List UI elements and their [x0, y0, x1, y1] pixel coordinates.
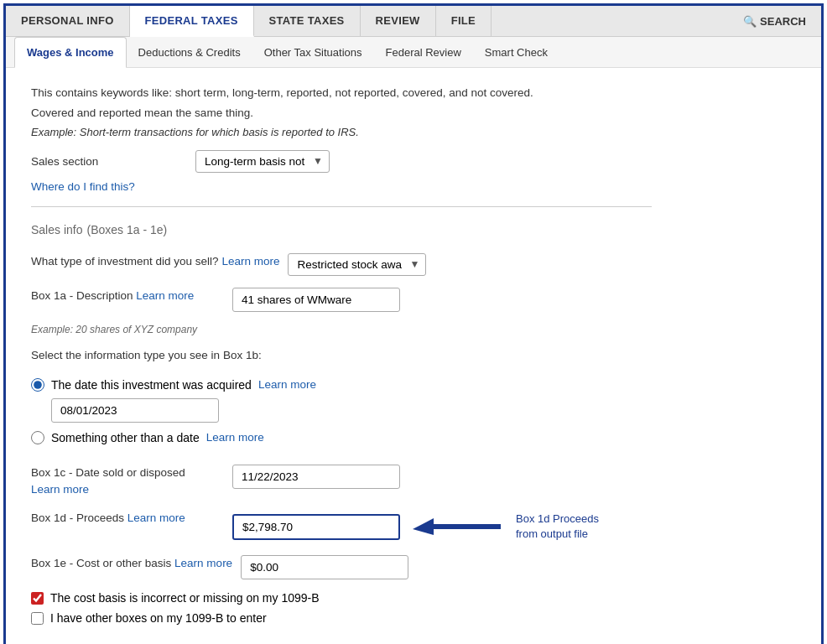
box1e-row: Box 1e - Cost or other basis Learn more: [31, 555, 652, 579]
tab-file[interactable]: FILE: [436, 6, 492, 36]
sales-info-title: Sales info (Boxes 1a - 1e): [31, 221, 652, 238]
tab-review[interactable]: REVIEW: [361, 6, 436, 36]
investment-learn-more-link[interactable]: Learn more: [221, 255, 279, 267]
subnav-wages-income[interactable]: Wages & Income: [14, 37, 127, 68]
radio2-learn-more-link[interactable]: Learn more: [206, 431, 264, 444]
radio1-row: The date this investment was acquired Le…: [31, 378, 652, 392]
checkbox1-row: The cost basis is incorrect or missing o…: [31, 591, 652, 605]
checkbox1-label: The cost basis is incorrect or missing o…: [50, 591, 320, 605]
checkbox2-input[interactable]: [31, 612, 44, 625]
box1a-row: Box 1a - Description Learn more: [31, 288, 652, 312]
box1d-annotation-container: Box 1d Proceeds from output file: [232, 510, 599, 543]
box1e-label: Box 1e - Cost or other basis Learn more: [31, 555, 232, 572]
radio1-learn-more-link[interactable]: Learn more: [258, 378, 316, 391]
sales-section-label: Sales section: [31, 155, 182, 168]
subnav-other-tax[interactable]: Other Tax Situations: [252, 38, 374, 67]
info-line1: This contains keywords like: short term,…: [31, 85, 652, 101]
box1c-input[interactable]: [232, 465, 400, 489]
info-line3: Example: Short-term transactions for whi…: [31, 126, 652, 138]
top-nav: PERSONAL INFO FEDERAL TAXES STATE TAXES …: [6, 6, 821, 37]
tab-federal-taxes[interactable]: FEDERAL TAXES: [130, 6, 254, 37]
radio1-date-input[interactable]: [51, 398, 219, 423]
where-find-link[interactable]: Where do I find this?: [31, 180, 135, 193]
box1d-label: Box 1d - Proceeds Learn more: [31, 510, 224, 527]
search-icon: 🔍: [743, 15, 757, 28]
tab-personal-info[interactable]: PERSONAL INFO: [6, 6, 130, 36]
sales-section-select-wrapper: Long-term basis not ▼: [195, 150, 330, 173]
radio2-row: Something other than a date Learn more: [31, 431, 652, 444]
box1c-label: Box 1c - Date sold or disposed Learn mor…: [31, 465, 224, 499]
sales-section-select[interactable]: Long-term basis not: [195, 150, 330, 173]
arrow-annotation: [408, 510, 509, 543]
main-window: PERSONAL INFO FEDERAL TAXES STATE TAXES …: [3, 3, 824, 644]
box1b-label: Select the information type you see in B…: [31, 349, 652, 361]
subnav-deductions-credits[interactable]: Deductions & Credits: [127, 38, 252, 67]
radio1-date-row: [51, 398, 652, 423]
investment-type-row: What type of investment did you sell? Le…: [31, 253, 652, 276]
box1c-row: Box 1c - Date sold or disposed Learn mor…: [31, 465, 652, 499]
checkbox1-input[interactable]: [31, 592, 44, 605]
divider: [31, 206, 652, 207]
tab-state-taxes[interactable]: STATE TAXES: [254, 6, 361, 36]
box1c-learn-more-link[interactable]: Learn more: [31, 483, 89, 496]
info-line2: Covered and reported mean the same thing…: [31, 105, 652, 122]
checkbox2-label: I have other boxes on my 1099-B to enter: [50, 611, 267, 625]
box1d-row: Box 1d - Proceeds Learn more Box 1d Proc…: [31, 510, 652, 543]
box1d-learn-more-link[interactable]: Learn more: [127, 512, 185, 524]
box1a-input[interactable]: [232, 288, 400, 312]
svg-rect-0: [434, 524, 501, 529]
box1e-input[interactable]: [241, 555, 408, 579]
investment-type-label: What type of investment did you sell? Le…: [31, 253, 279, 270]
radio1-label: The date this investment was acquired: [51, 378, 252, 392]
box1a-example: Example: 20 shares of XYZ company: [31, 324, 652, 335]
main-content: This contains keywords like: short term,…: [6, 68, 677, 644]
subnav-federal-review[interactable]: Federal Review: [374, 38, 473, 67]
radio2-input[interactable]: [31, 431, 44, 444]
radio1-input[interactable]: [31, 378, 44, 392]
annotation-text: Box 1d Proceeds from output file: [516, 512, 599, 542]
search-button[interactable]: 🔍 SEARCH: [728, 6, 821, 36]
subnav-smart-check[interactable]: Smart Check: [473, 38, 559, 67]
box1e-learn-more-link[interactable]: Learn more: [174, 557, 232, 569]
box1a-label: Box 1a - Description Learn more: [31, 288, 224, 304]
sales-section-row: Sales section Long-term basis not ▼: [31, 150, 652, 173]
checkbox2-row: I have other boxes on my 1099-B to enter: [31, 611, 652, 625]
box1a-learn-more-link[interactable]: Learn more: [136, 289, 194, 302]
investment-type-select[interactable]: Restricted stock awa: [288, 253, 426, 276]
sub-nav: Wages & Income Deductions & Credits Othe…: [6, 37, 821, 68]
box1d-input[interactable]: [232, 514, 400, 540]
radio2-label: Something other than a date: [51, 431, 200, 444]
investment-select-wrapper: Restricted stock awa ▼: [288, 253, 426, 276]
svg-marker-1: [413, 518, 434, 535]
